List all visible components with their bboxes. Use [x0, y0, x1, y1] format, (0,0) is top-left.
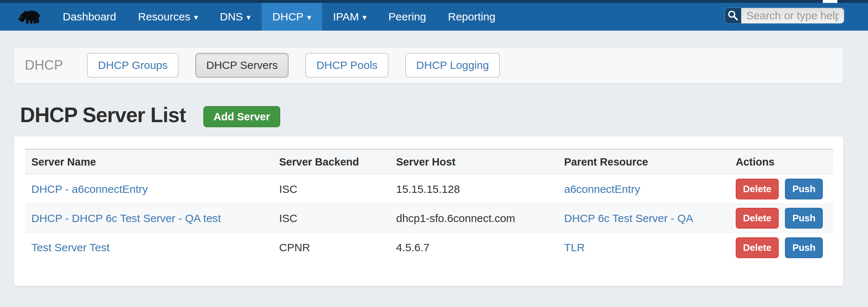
delete-button[interactable]: Delete — [736, 237, 779, 258]
nav-item-dashboard[interactable]: Dashboard — [52, 3, 127, 31]
server-host-value: dhcp1-sfo.6connect.com — [396, 212, 564, 225]
dhcp-groups-button[interactable]: DHCP Groups — [87, 53, 179, 78]
push-button[interactable]: Push — [785, 237, 823, 258]
nav-item-dns[interactable]: DNS ▾ — [209, 3, 261, 31]
server-backend-value: CPNR — [279, 241, 396, 254]
nav-item-label: IPAM — [333, 11, 359, 23]
nav-item-label: Dashboard — [63, 11, 116, 23]
nav-item-label: Reporting — [448, 11, 495, 23]
parent-resource-link[interactable]: TLR — [564, 241, 585, 253]
section-label: DHCP — [25, 58, 63, 73]
push-button[interactable]: Push — [785, 208, 823, 229]
chevron-down-icon: ▾ — [247, 13, 251, 22]
column-header-actions: Actions — [736, 156, 833, 168]
add-server-button[interactable]: Add Server — [203, 106, 280, 127]
column-header-server-name: Server Name — [25, 156, 279, 168]
nav-item-dhcp[interactable]: DHCP ▾ — [262, 3, 322, 31]
dhcp-pools-button[interactable]: DHCP Pools — [305, 53, 388, 78]
search-input[interactable] — [741, 8, 844, 23]
dhcp-servers-button[interactable]: DHCP Servers — [195, 53, 289, 78]
column-header-parent-resource: Parent Resource — [564, 156, 736, 168]
server-host-value: 4.5.6.7 — [396, 241, 564, 254]
table-row: Test Server Test CPNR 4.5.6.7 TLR Delete… — [25, 233, 833, 262]
browser-chrome-artifact — [823, 0, 837, 3]
server-backend-value: ISC — [279, 183, 396, 195]
nav-menu: Dashboard Resources ▾ DNS ▾ DHCP ▾ IPAM … — [52, 3, 506, 31]
page-title: DHCP Server List — [20, 103, 186, 127]
nav-item-peering[interactable]: Peering — [378, 3, 437, 31]
top-navbar: Dashboard Resources ▾ DNS ▾ DHCP ▾ IPAM … — [0, 3, 868, 31]
chevron-down-icon: ▾ — [194, 13, 198, 22]
nav-item-reporting[interactable]: Reporting — [437, 3, 506, 31]
column-header-server-backend: Server Backend — [279, 156, 396, 168]
dhcp-section-bar: DHCP DHCP Groups DHCP Servers DHCP Pools… — [13, 47, 844, 83]
search-icon — [727, 9, 739, 22]
browser-chrome-strip — [0, 0, 868, 3]
column-header-server-host: Server Host — [396, 156, 564, 168]
nav-item-label: DHCP — [273, 11, 304, 23]
global-search — [725, 8, 844, 23]
table-row: DHCP - DHCP 6c Test Server - QA test ISC… — [25, 204, 833, 233]
nav-item-ipam[interactable]: IPAM ▾ — [322, 3, 378, 31]
delete-button[interactable]: Delete — [736, 208, 779, 229]
server-name-link[interactable]: DHCP - a6connectEntry — [31, 183, 148, 195]
table-row: DHCP - a6connectEntry ISC 15.15.15.128 a… — [25, 175, 833, 204]
nav-item-label: Peering — [388, 11, 426, 23]
chevron-down-icon: ▾ — [363, 13, 367, 22]
parent-resource-link[interactable]: a6connectEntry — [564, 183, 640, 195]
delete-button[interactable]: Delete — [736, 179, 779, 199]
search-icon-box[interactable] — [725, 8, 741, 23]
server-name-link[interactable]: Test Server Test — [31, 241, 110, 253]
nav-item-label: DNS — [220, 11, 243, 23]
rhino-logo-icon[interactable] — [17, 6, 42, 28]
server-backend-value: ISC — [279, 212, 396, 225]
nav-item-label: Resources — [138, 11, 190, 23]
server-name-link[interactable]: DHCP - DHCP 6c Test Server - QA test — [31, 212, 221, 224]
server-host-value: 15.15.15.128 — [396, 183, 564, 195]
dhcp-logging-button[interactable]: DHCP Logging — [405, 53, 500, 78]
nav-item-resources[interactable]: Resources ▾ — [127, 3, 209, 31]
server-table: Server Name Server Backend Server Host P… — [25, 149, 833, 262]
chevron-down-icon: ▾ — [307, 13, 311, 22]
push-button[interactable]: Push — [785, 179, 823, 199]
table-header-row: Server Name Server Backend Server Host P… — [25, 149, 833, 175]
server-list-panel: Server Name Server Backend Server Host P… — [14, 136, 844, 286]
parent-resource-link[interactable]: DHCP 6c Test Server - QA — [564, 212, 693, 224]
